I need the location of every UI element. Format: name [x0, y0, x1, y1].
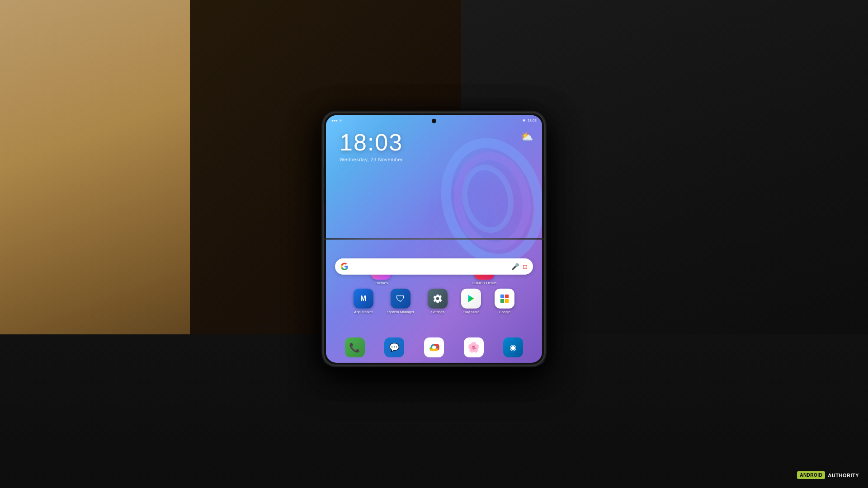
watermark-android: ANDROID [797, 471, 825, 479]
phone-hinge [324, 238, 544, 239]
app-market-icon: M [354, 289, 373, 309]
microphone-icon[interactable]: 🎤 [511, 263, 519, 270]
weather-icon: ⛅ [521, 131, 533, 142]
scene: 📞 💬 ◎ 🌸 ◉ [0, 0, 868, 488]
volume-up-button[interactable] [322, 168, 324, 183]
chrome-icon [424, 338, 444, 357]
google-label: Google [499, 310, 510, 314]
dock-gallery[interactable]: 🌸 [464, 338, 484, 357]
google-icon [495, 289, 514, 309]
dock-chrome[interactable] [424, 338, 444, 357]
system-manager[interactable]: 🛡 System Manager [387, 289, 414, 314]
phone-icon: 📞 [345, 338, 365, 357]
volume-down-button[interactable] [322, 188, 324, 204]
status-time: 18:03 [528, 118, 537, 122]
clock-time: 18:03 [340, 129, 403, 156]
system-manager-icon: 🛡 [391, 289, 410, 309]
phone-device: ●●● ◎ ▣ 18:03 18:03 Wednesday, 23 Novemb… [323, 113, 545, 366]
svg-point-15 [432, 346, 436, 349]
battery-icon: ▣ [523, 118, 526, 122]
app-market[interactable]: M App Market [354, 289, 373, 314]
signal-icon: ●●● [331, 118, 337, 122]
ring-decoration [402, 129, 542, 264]
svg-rect-8 [500, 295, 504, 298]
clock-date: Wednesday, 23 November [340, 157, 403, 162]
lens-icon[interactable]: ⊡ [523, 263, 528, 270]
svg-rect-9 [505, 295, 509, 298]
settings-app[interactable]: Settings [428, 289, 448, 314]
status-bar-right: ▣ 18:03 [523, 118, 537, 122]
play-store-icon [461, 289, 481, 309]
system-manager-label: System Manager [387, 310, 414, 314]
wifi-icon: ◎ [339, 118, 342, 122]
clock-widget[interactable]: 18:03 Wednesday, 23 November [340, 129, 403, 162]
power-button[interactable] [544, 177, 546, 199]
dock-messages[interactable]: 💬 [384, 338, 404, 357]
play-store-label: Play Store [463, 310, 480, 314]
other-icon: ◉ [503, 338, 523, 357]
front-camera [432, 119, 436, 123]
dock-other[interactable]: ◉ [503, 338, 523, 357]
app-row-2: M App Market 🛡 System Manager Settings [330, 289, 538, 314]
svg-rect-11 [505, 299, 509, 303]
phone-wrapper: 📞 💬 ◎ 🌸 ◉ [323, 113, 545, 366]
settings-label: Settings [431, 310, 444, 314]
honor-health-label: HONOR Health [472, 281, 496, 285]
gallery-icon: 🌸 [464, 338, 484, 357]
dock: 📞 💬 [335, 336, 533, 359]
watermark: ANDROID AUTHORITY [797, 471, 859, 479]
google-search-bar[interactable]: 🎤 ⊡ [335, 258, 533, 275]
play-store[interactable]: Play Store [461, 289, 481, 314]
weather-widget[interactable]: ⛅ [521, 131, 533, 143]
app-market-label: App Market [354, 310, 373, 314]
svg-rect-10 [500, 299, 504, 303]
svg-marker-7 [468, 295, 474, 303]
status-bar-left: ●●● ◎ [331, 118, 342, 122]
google-logo [340, 263, 349, 271]
messages-icon: 💬 [384, 338, 404, 357]
watermark-authority: AUTHORITY [828, 473, 859, 478]
themes-label: Themes [375, 281, 388, 285]
google-app[interactable]: Google [495, 289, 514, 314]
dock-phone[interactable]: 📞 [345, 338, 365, 357]
settings-icon [428, 289, 448, 309]
